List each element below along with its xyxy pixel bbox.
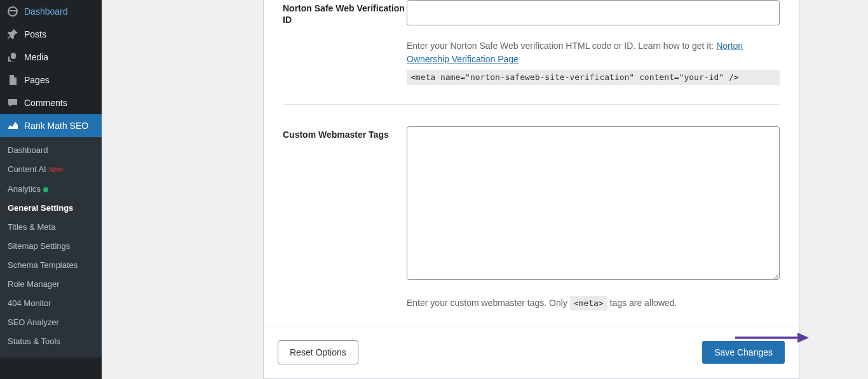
custom-help-after: tags are allowed. <box>607 298 677 308</box>
menu-pages-label: Pages <box>24 75 50 85</box>
status-dot-icon <box>43 187 48 192</box>
field-custom-tags: Custom Webmaster Tags Enter your custom … <box>264 126 799 311</box>
submenu-status-tools[interactable]: Status & Tools <box>0 332 102 351</box>
submenu-titles-meta[interactable]: Titles & Meta <box>0 218 102 237</box>
custom-help-code: <meta> <box>570 296 607 311</box>
comments-icon <box>6 96 19 109</box>
field-divider <box>283 104 780 105</box>
new-badge: New! <box>49 166 64 173</box>
settings-panel: Norton Safe Web Verification ID Enter yo… <box>263 0 799 379</box>
custom-control: Enter your custom webmaster tags. Only <… <box>407 126 780 311</box>
submenu-contentai[interactable]: Content AINew! <box>0 160 102 180</box>
menu-comments[interactable]: Comments <box>0 91 102 114</box>
field-norton: Norton Safe Web Verification ID Enter yo… <box>264 0 799 85</box>
custom-tags-textarea[interactable] <box>407 126 780 280</box>
media-icon <box>6 51 19 63</box>
submenu-schema[interactable]: Schema Templates <box>0 256 102 275</box>
norton-control: Enter your Norton Safe Web verification … <box>407 0 780 85</box>
menu-dashboard-label: Dashboard <box>24 6 68 17</box>
submenu-general-settings[interactable]: General Settings <box>0 199 102 218</box>
menu-comments-label: Comments <box>24 98 67 108</box>
dashboard-icon <box>6 5 19 18</box>
menu-posts-label: Posts <box>24 29 46 39</box>
submenu-seo-analyzer[interactable]: SEO Analyzer <box>0 313 102 332</box>
menu-media[interactable]: Media <box>0 46 102 69</box>
save-changes-button[interactable]: Save Changes <box>702 341 785 364</box>
reset-options-button[interactable]: Reset Options <box>278 340 358 364</box>
content-area: Norton Safe Web Verification ID Enter yo… <box>114 0 868 379</box>
menu-rankmath-label: Rank Math SEO <box>24 121 88 131</box>
pages-icon <box>6 74 19 86</box>
submenu-analytics[interactable]: Analytics <box>0 180 102 199</box>
rankmath-submenu: Dashboard Content AINew! Analytics Gener… <box>0 137 102 357</box>
menu-media-label: Media <box>24 52 48 62</box>
admin-sidebar: Dashboard Posts Media Pages Comments Ran… <box>0 0 102 379</box>
norton-input[interactable] <box>407 0 780 25</box>
norton-help-text: Enter your Norton Safe Web verification … <box>407 41 716 51</box>
norton-code-example: <meta name="norton-safeweb-site-verifica… <box>407 70 780 85</box>
menu-pages[interactable]: Pages <box>0 69 102 91</box>
menu-rankmath[interactable]: Rank Math SEO <box>0 114 102 137</box>
norton-label: Norton Safe Web Verification ID <box>283 0 407 85</box>
custom-help-before: Enter your custom webmaster tags. Only <box>407 298 570 308</box>
menu-posts[interactable]: Posts <box>0 23 102 46</box>
submenu-analytics-label: Analytics <box>8 184 41 194</box>
norton-help: Enter your Norton Safe Web verification … <box>407 39 780 85</box>
submenu-contentai-label: Content AI <box>8 164 46 174</box>
custom-help: Enter your custom webmaster tags. Only <… <box>407 296 780 311</box>
submenu-dashboard[interactable]: Dashboard <box>0 141 102 160</box>
panel-footer: Reset Options Save Changes <box>264 326 799 378</box>
menu-dashboard[interactable]: Dashboard <box>0 0 102 23</box>
custom-label: Custom Webmaster Tags <box>283 126 407 311</box>
submenu-sitemap[interactable]: Sitemap Settings <box>0 237 102 256</box>
rankmath-icon <box>6 119 19 132</box>
submenu-404-monitor[interactable]: 404 Monitor <box>0 294 102 313</box>
submenu-role-manager[interactable]: Role Manager <box>0 275 102 294</box>
pin-icon <box>6 28 19 41</box>
